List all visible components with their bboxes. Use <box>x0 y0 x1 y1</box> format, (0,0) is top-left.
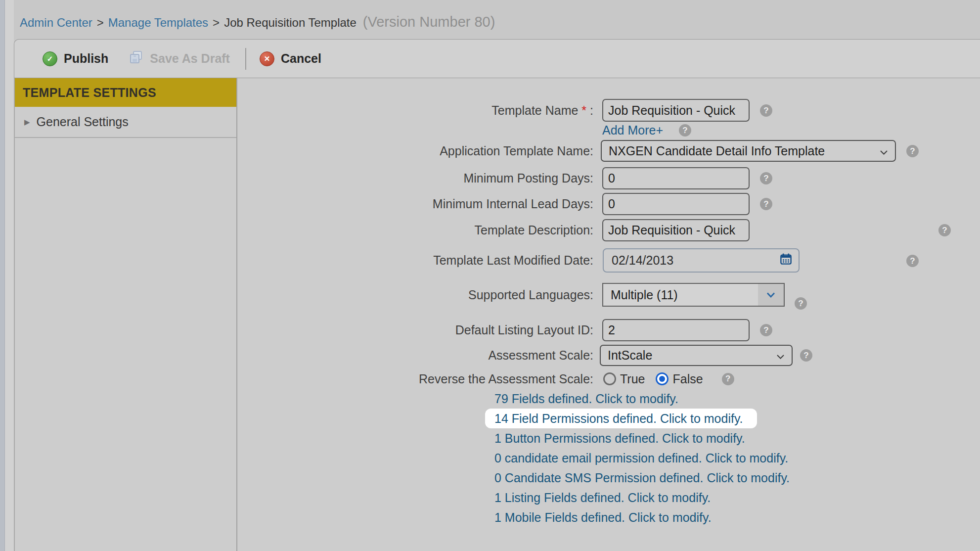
highlight-pill: 14 Field Permissions defined. Click to m… <box>485 409 757 428</box>
label-colon: : <box>590 103 593 117</box>
row-template-name: Template Name * : ? <box>237 99 980 122</box>
default-listing-layout-id-input[interactable] <box>602 319 750 341</box>
field-permissions-defined-link-highlighted[interactable]: 14 Field Permissions defined. Click to m… <box>494 409 790 428</box>
window-left-scroll-strip[interactable] <box>0 0 5 551</box>
last-modified-date-field[interactable]: 02/14/2013 <box>603 248 800 273</box>
minimum-internal-lead-days-label: Minimum Internal Lead Days: <box>237 193 593 215</box>
supported-languages-label: Supported Languages: <box>237 283 593 307</box>
calendar-icon[interactable] <box>779 252 793 269</box>
supported-languages-dropdown[interactable]: Multiple (11) <box>602 283 785 307</box>
cancel-x-icon: ✕ <box>260 51 274 66</box>
publish-button-label: Publish <box>64 51 108 66</box>
page: { "breadcrumb": { "admin_center": "Admin… <box>0 0 980 551</box>
row-minimum-internal-lead-days: Minimum Internal Lead Days: ? <box>237 193 980 215</box>
help-icon[interactable]: ? <box>760 324 772 336</box>
help-icon[interactable]: ? <box>906 145 919 157</box>
template-name-label-text: Template Name <box>491 103 578 117</box>
row-default-listing-layout-id: Default Listing Layout ID: ? <box>237 319 980 341</box>
mobile-fields-defined-link[interactable]: 1 Mobile Fields defined. Click to modify… <box>494 507 790 527</box>
assessment-scale-label: Assessment Scale: <box>237 345 593 366</box>
candidate-sms-permission-link[interactable]: 0 Candidate SMS Permission defined. Clic… <box>494 468 790 488</box>
row-assessment-scale: Assessment Scale: IntScale ? <box>237 345 980 366</box>
row-add-more: Add More+ ? <box>237 122 980 138</box>
button-permissions-defined-link[interactable]: 1 Button Permissions defined. Click to m… <box>494 428 790 448</box>
application-template-select[interactable]: NXGEN Candidate Detail Info Template <box>601 140 896 162</box>
breadcrumb-separator: > <box>97 16 104 30</box>
window-left-gutter <box>5 0 14 551</box>
expander-arrow-icon[interactable]: ▶ <box>24 118 30 127</box>
help-icon[interactable]: ? <box>795 297 807 310</box>
help-icon[interactable]: ? <box>800 349 812 362</box>
application-template-select-value: NXGEN Candidate Detail Info Template <box>609 144 825 158</box>
help-icon[interactable]: ? <box>938 224 951 236</box>
row-reverse-assessment-scale: Reverse the Assessment Scale: True False… <box>237 371 980 387</box>
row-supported-languages: Supported Languages: Multiple (11) ? <box>237 283 980 307</box>
modify-links-list: 79 Fields defined. Click to modify. 14 F… <box>237 389 980 527</box>
minimum-posting-days-input[interactable] <box>602 167 750 189</box>
publish-check-icon: ✓ <box>43 51 57 66</box>
chevron-down-icon[interactable] <box>758 284 784 306</box>
breadcrumb-link-manage-templates[interactable]: Manage Templates <box>108 16 208 30</box>
help-icon[interactable]: ? <box>722 373 734 385</box>
last-modified-date-value: 02/14/2013 <box>612 253 673 268</box>
save-as-draft-button[interactable]: Save As Draft <box>129 50 230 68</box>
radio-false-selected[interactable] <box>656 372 668 385</box>
breadcrumb-current-page: Job Requisition Template <box>224 16 356 30</box>
minimum-posting-days-label: Minimum Posting Days: <box>237 167 593 189</box>
radio-true[interactable] <box>603 372 616 385</box>
help-icon[interactable]: ? <box>906 255 919 267</box>
modify-links-column: 79 Fields defined. Click to modify. 14 F… <box>494 389 790 527</box>
add-more-link[interactable]: Add More+ <box>602 122 663 138</box>
copy-pages-icon <box>129 50 143 68</box>
required-asterisk: * <box>581 103 586 117</box>
listing-fields-defined-link[interactable]: 1 Listing Fields defined. Click to modif… <box>494 488 790 507</box>
sidebar-template-settings: TEMPLATE SETTINGS ▶ General Settings <box>14 78 237 551</box>
radio-dot <box>659 376 665 382</box>
breadcrumb-link-admin-center[interactable]: Admin Center <box>20 16 92 30</box>
row-template-last-modified-date: Template Last Modified Date: 02/14/2013 … <box>237 248 980 273</box>
help-icon[interactable]: ? <box>760 172 772 184</box>
toolbar-divider <box>245 48 246 70</box>
cancel-button[interactable]: ✕ Cancel <box>260 51 321 66</box>
cancel-button-label: Cancel <box>281 51 321 66</box>
template-last-modified-date-label: Template Last Modified Date: <box>237 248 593 273</box>
help-icon[interactable]: ? <box>760 104 772 117</box>
help-icon[interactable]: ? <box>679 124 691 137</box>
radio-true-label[interactable]: True <box>620 372 645 386</box>
sidebar-item-label: General Settings <box>37 115 129 129</box>
assessment-scale-select-value: IntScale <box>608 348 652 363</box>
reverse-assessment-scale-label: Reverse the Assessment Scale: <box>237 371 593 387</box>
template-name-label: Template Name * : <box>237 99 593 122</box>
template-name-input[interactable] <box>602 99 750 122</box>
application-template-name-label: Application Template Name: <box>237 140 593 162</box>
breadcrumb: Admin Center > Manage Templates > Job Re… <box>20 14 495 32</box>
supported-languages-value: Multiple (11) <box>603 284 758 306</box>
minimum-internal-lead-days-input[interactable] <box>602 193 750 215</box>
sidebar-header: TEMPLATE SETTINGS <box>15 78 236 107</box>
template-description-label: Template Description: <box>237 219 593 241</box>
sidebar-item-general-settings[interactable]: ▶ General Settings <box>15 107 236 138</box>
assessment-scale-select[interactable]: IntScale <box>600 345 793 366</box>
chevron-down-icon <box>880 144 888 158</box>
row-application-template-name: Application Template Name: NXGEN Candida… <box>237 140 980 162</box>
template-settings-form: Template Name * : ? Add More+ ? Applicat… <box>237 78 980 551</box>
version-number-text: (Version Number 80) <box>363 14 495 30</box>
fields-defined-link[interactable]: 79 Fields defined. Click to modify. <box>494 389 790 409</box>
template-description-input[interactable] <box>602 219 750 241</box>
publish-button[interactable]: ✓ Publish <box>43 51 108 66</box>
sidebar-header-label: TEMPLATE SETTINGS <box>23 86 156 100</box>
row-minimum-posting-days: Minimum Posting Days: ? <box>237 167 980 189</box>
default-listing-layout-id-label: Default Listing Layout ID: <box>237 319 593 341</box>
row-template-description: Template Description: ? <box>237 219 980 241</box>
chevron-down-icon <box>776 348 785 363</box>
save-as-draft-label: Save As Draft <box>150 51 230 66</box>
breadcrumb-separator: > <box>213 16 220 30</box>
reverse-assessment-radio-group: True False ? <box>603 371 734 387</box>
candidate-email-permission-link[interactable]: 0 candidate email permission defined. Cl… <box>494 448 790 468</box>
toolbar: ✓ Publish Save As Draft ✕ Cancel <box>14 39 980 78</box>
help-icon[interactable]: ? <box>760 198 772 210</box>
radio-false-label[interactable]: False <box>672 372 703 386</box>
